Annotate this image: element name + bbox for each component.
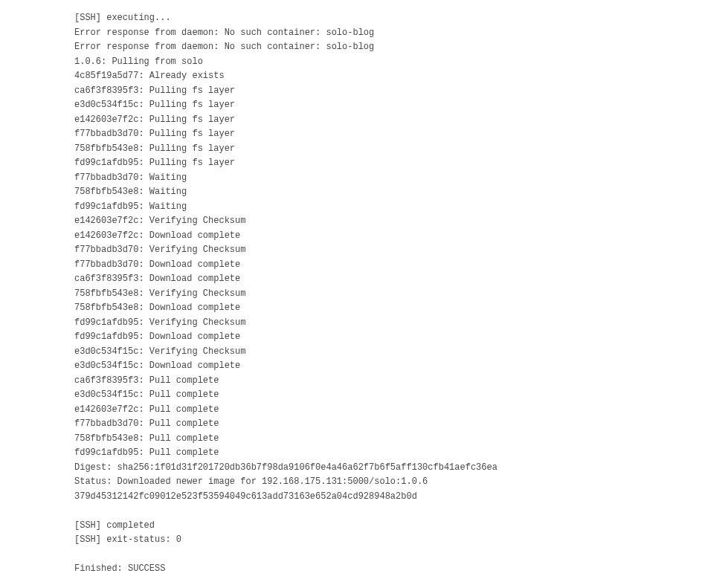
log-line: e142603e7f2c: Download complete bbox=[74, 229, 728, 244]
log-line bbox=[74, 504, 728, 519]
log-line: Status: Downloaded newer image for 192.1… bbox=[74, 475, 728, 490]
log-line: e142603e7f2c: Pull complete bbox=[74, 403, 728, 418]
log-line bbox=[74, 548, 728, 563]
log-line: Digest: sha256:1f01d31f201720db36b7f98da… bbox=[74, 461, 728, 476]
log-line: [SSH] exit-status: 0 bbox=[74, 533, 728, 548]
log-line: e142603e7f2c: Pulling fs layer bbox=[74, 113, 728, 128]
log-line: fd99c1afdb95: Download complete bbox=[74, 330, 728, 345]
log-line: f77bbadb3d70: Verifying Checksum bbox=[74, 243, 728, 258]
log-line: ca6f3f8395f3: Pull complete bbox=[74, 374, 728, 389]
log-line: 758fbfb543e8: Verifying Checksum bbox=[74, 287, 728, 302]
log-line: 4c85f19a5d77: Already exists bbox=[74, 69, 728, 84]
log-line: e3d0c534f15c: Pulling fs layer bbox=[74, 98, 728, 113]
log-line: 379d45312142fc09012e523f53594049c613add7… bbox=[74, 490, 728, 505]
log-line: Finished: SUCCESS bbox=[74, 562, 728, 577]
log-line: e3d0c534f15c: Verifying Checksum bbox=[74, 345, 728, 360]
log-line: fd99c1afdb95: Pull complete bbox=[74, 446, 728, 461]
log-line: 758fbfb543e8: Pulling fs layer bbox=[74, 142, 728, 157]
log-line: Error response from daemon: No such cont… bbox=[74, 26, 728, 41]
log-line: 1.0.6: Pulling from solo bbox=[74, 55, 728, 70]
log-line: fd99c1afdb95: Waiting bbox=[74, 200, 728, 215]
log-line: f77bbadb3d70: Pull complete bbox=[74, 417, 728, 432]
log-line: fd99c1afdb95: Verifying Checksum bbox=[74, 316, 728, 331]
log-line: f77bbadb3d70: Waiting bbox=[74, 171, 728, 186]
log-line: e142603e7f2c: Verifying Checksum bbox=[74, 214, 728, 229]
log-line: Error response from daemon: No such cont… bbox=[74, 40, 728, 55]
log-line: 758fbfb543e8: Pull complete bbox=[74, 432, 728, 447]
log-line: 758fbfb543e8: Waiting bbox=[74, 185, 728, 200]
log-line: [SSH] executing... bbox=[74, 11, 728, 26]
log-line: 758fbfb543e8: Download complete bbox=[74, 301, 728, 316]
log-line: f77bbadb3d70: Pulling fs layer bbox=[74, 127, 728, 142]
log-line: e3d0c534f15c: Pull complete bbox=[74, 388, 728, 403]
log-line: fd99c1afdb95: Pulling fs layer bbox=[74, 156, 728, 171]
log-line: e3d0c534f15c: Download complete bbox=[74, 359, 728, 374]
console-output: [SSH] executing...Error response from da… bbox=[74, 11, 728, 577]
log-line: f77bbadb3d70: Download complete bbox=[74, 258, 728, 273]
log-line: [SSH] completed bbox=[74, 519, 728, 534]
log-line: ca6f3f8395f3: Download complete bbox=[74, 272, 728, 287]
log-line: ca6f3f8395f3: Pulling fs layer bbox=[74, 84, 728, 99]
